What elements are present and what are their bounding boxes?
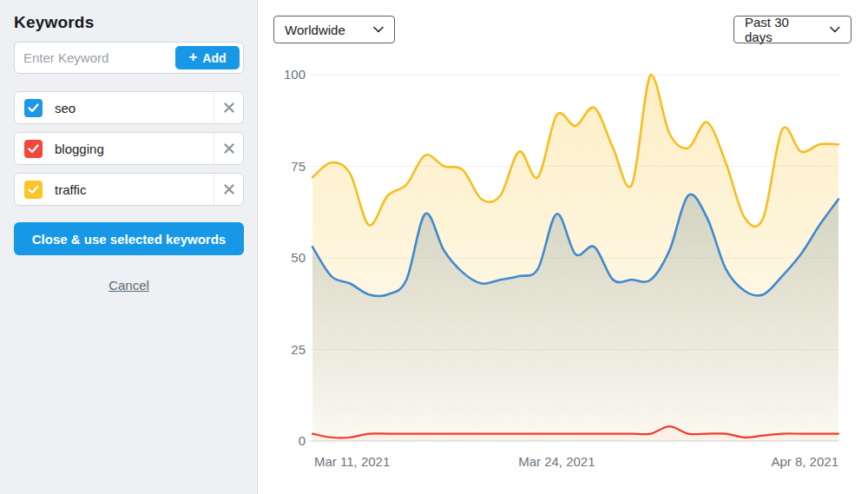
close-icon	[224, 102, 234, 113]
keyword-chip-traffic: traffic	[14, 173, 244, 206]
checkmark-icon	[28, 144, 39, 154]
keyword-input-row: + Add	[14, 42, 244, 74]
svg-text:100: 100	[284, 67, 306, 82]
add-button-label: Add	[202, 51, 226, 65]
keyword-chip-blogging: blogging	[14, 132, 244, 165]
svg-text:Mar 24, 2021: Mar 24, 2021	[518, 454, 595, 469]
svg-text:Mar 11, 2021: Mar 11, 2021	[314, 454, 390, 469]
svg-text:50: 50	[291, 250, 306, 265]
svg-text:0: 0	[299, 433, 306, 448]
plus-icon: +	[188, 49, 197, 64]
keyword-input[interactable]	[15, 43, 175, 73]
chart-area: Worldwide Past 30 days 0255075100Mar 11,…	[258, 0, 868, 494]
keyword-label: blogging	[55, 142, 214, 156]
close-icon	[224, 143, 234, 154]
keyword-checkbox[interactable]	[24, 99, 43, 117]
keywords-panel: Keywords + Add seo	[0, 0, 258, 494]
app-root: Keywords + Add seo	[0, 0, 868, 494]
close-icon	[224, 184, 234, 194]
keyword-checkbox[interactable]	[24, 181, 43, 199]
cancel-link[interactable]: Cancel	[0, 278, 258, 293]
svg-text:25: 25	[291, 342, 306, 357]
remove-keyword-button[interactable]	[214, 174, 243, 205]
svg-text:75: 75	[291, 159, 306, 174]
remove-keyword-button[interactable]	[214, 92, 243, 123]
keyword-label: seo	[55, 101, 214, 115]
panel-title: Keywords	[14, 13, 94, 32]
trend-chart: 0255075100Mar 11, 2021Mar 24, 2021Apr 8,…	[258, 0, 868, 494]
remove-keyword-button[interactable]	[214, 133, 243, 164]
keyword-checkbox[interactable]	[24, 140, 43, 158]
keyword-label: traffic	[55, 182, 214, 197]
checkmark-icon	[28, 185, 39, 194]
close-use-keywords-button[interactable]: Close & use selected keywords	[14, 222, 244, 255]
checkmark-icon	[28, 103, 39, 113]
keyword-chip-seo: seo	[14, 91, 244, 124]
add-keyword-button[interactable]: + Add	[175, 46, 240, 69]
svg-text:Apr 8, 2021: Apr 8, 2021	[771, 454, 838, 469]
